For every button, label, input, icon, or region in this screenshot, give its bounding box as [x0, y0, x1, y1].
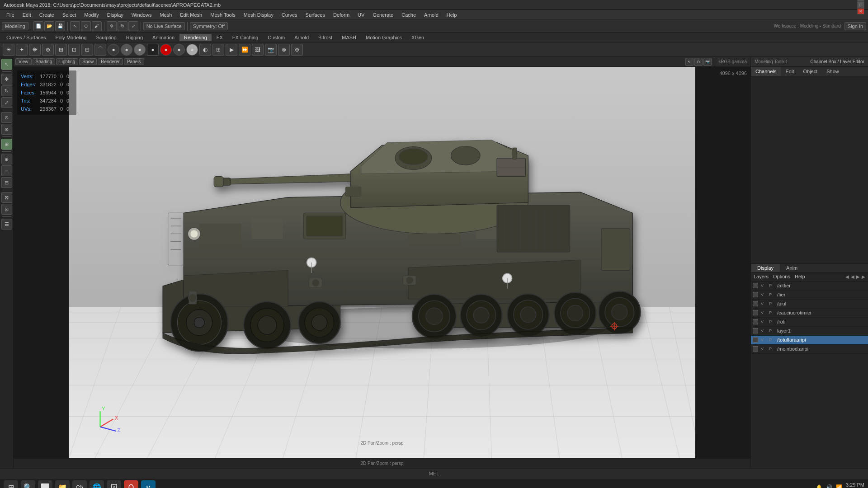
menu-item-surfaces[interactable]: Surfaces — [302, 11, 329, 19]
edit-tab[interactable]: Edit — [781, 67, 798, 76]
menu-item-uv[interactable]: UV — [354, 11, 368, 19]
layer-nav-right2[interactable]: ▶ — [862, 274, 865, 279]
menu-item-generate[interactable]: Generate — [369, 11, 397, 19]
maximize-button[interactable]: □ — [857, 2, 864, 8]
network-icon[interactable]: 📶 — [836, 484, 842, 488]
move-tool-btn[interactable]: ✥ — [1, 74, 12, 84]
tab-animation[interactable]: Animation — [148, 34, 179, 41]
shelf-icon-render[interactable]: ▶ — [226, 44, 237, 56]
symmetry-btn[interactable]: Symmetry: Off — [190, 22, 228, 30]
layer-vis-7[interactable] — [753, 346, 758, 352]
chrome-icon[interactable]: 🌐 — [90, 480, 104, 488]
layer-vis-0[interactable] — [753, 283, 758, 288]
sculpt-btn[interactable]: ⊛ — [1, 124, 12, 135]
layer-row-6[interactable]: VP/totulfaraaripi — [751, 336, 868, 345]
store-icon[interactable]: 🛍 — [72, 480, 87, 488]
shelf-icon-grid[interactable]: ⊞ — [212, 44, 224, 56]
save-file-icon[interactable]: 💾 — [55, 21, 65, 31]
tab-sculpting[interactable]: Sculpting — [92, 34, 121, 41]
menu-item-mesh[interactable]: Mesh — [156, 11, 175, 19]
open-file-icon[interactable]: 📂 — [44, 21, 54, 31]
shelf-icon-dot-dark2[interactable]: ● — [173, 44, 185, 56]
no-live-surface-btn[interactable]: No Live Surface — [143, 22, 185, 30]
menu-item-mesh-display[interactable]: Mesh Display — [240, 11, 277, 19]
shelf-icon-7[interactable]: ⊟ — [81, 44, 93, 56]
file-explorer-icon[interactable]: 📁 — [55, 480, 70, 488]
options-menu[interactable]: Options — [773, 274, 790, 279]
layer-row-2[interactable]: VP/piul — [751, 300, 868, 309]
shelf-icon-6[interactable]: ⊡ — [68, 44, 80, 56]
new-file-icon[interactable]: 📄 — [33, 21, 43, 31]
sign-in-btn[interactable]: Sign In — [844, 22, 866, 30]
vp-icon-obj[interactable]: ⊙ — [694, 58, 703, 66]
layers-menu[interactable]: Layers — [754, 274, 769, 279]
layer-row-0[interactable]: VP/altfier — [751, 282, 868, 291]
rotate-tool-btn[interactable]: ↻ — [1, 85, 12, 96]
show-tab[interactable]: Show — [822, 67, 844, 76]
layer-row-7[interactable]: VP/meinbod:aripi — [751, 345, 868, 354]
tool-misc2[interactable]: ≡ — [1, 165, 12, 176]
tab-curves-surfaces[interactable]: Curves / Surfaces — [2, 34, 50, 41]
object-tab[interactable]: Object — [798, 67, 822, 76]
anim-tab[interactable]: Anim — [780, 264, 804, 272]
tab-mash[interactable]: MASH — [337, 34, 361, 41]
shelf-icon-2[interactable]: ✦ — [16, 44, 28, 56]
menu-item-file[interactable]: File — [3, 11, 18, 19]
shelf-icon-misc1[interactable]: ⊗ — [278, 44, 290, 56]
menu-item-windows[interactable]: Windows — [128, 11, 156, 19]
shelf-icon-dark[interactable]: ● — [147, 44, 159, 56]
opera-icon[interactable]: O — [124, 480, 138, 488]
tab-bifrost[interactable]: Bifrost — [314, 34, 337, 41]
renderer-menu[interactable]: Renderer — [98, 58, 123, 65]
tool-misc3[interactable]: ⊟ — [1, 177, 12, 188]
modeling-dropdown[interactable]: Modeling — [2, 22, 28, 30]
menu-item-cache[interactable]: Cache — [398, 11, 420, 19]
shelf-icon-curve[interactable]: ⌒ — [94, 44, 106, 56]
start-button[interactable]: ⊞ — [4, 480, 18, 488]
tab-arnold[interactable]: Arnold — [290, 34, 313, 41]
tab-rigging[interactable]: Rigging — [122, 34, 147, 41]
layer-nav-left[interactable]: ◀ — [845, 274, 849, 279]
shelf-icon-misc2[interactable]: ⊕ — [291, 44, 303, 56]
vp-icon-cam[interactable]: 📷 — [703, 58, 712, 66]
panels-menu[interactable]: Panels — [124, 58, 144, 65]
shelf-icon-4[interactable]: ⊕ — [42, 44, 54, 56]
viewport-3d[interactable]: Verts: 177770 0 0 Edges: 331822 0 0 Face… — [14, 67, 750, 458]
layer-vis-1[interactable] — [753, 292, 758, 297]
menu-item-edit-mesh[interactable]: Edit Mesh — [176, 11, 206, 19]
layer-vis-5[interactable] — [753, 328, 758, 333]
shelf-icon-cam[interactable]: 📷 — [265, 44, 277, 56]
tool-misc6[interactable]: ☰ — [1, 219, 12, 230]
shading-menu[interactable]: Shading — [33, 58, 56, 65]
menu-item-select[interactable]: Select — [59, 11, 80, 19]
shelf-icon-img[interactable]: 🖼 — [252, 44, 264, 56]
menu-item-edit[interactable]: Edit — [19, 11, 35, 19]
lasso-select-icon[interactable]: ⊙ — [81, 21, 91, 31]
photos-icon[interactable]: 🖼 — [107, 480, 121, 488]
notification-icon[interactable]: 🔔 — [816, 484, 822, 488]
tab-fx-caching[interactable]: FX Caching — [228, 34, 263, 41]
shelf-icon-dot-red[interactable]: ● — [160, 44, 172, 56]
layer-row-4[interactable]: VP/roti — [751, 318, 868, 327]
task-view-icon[interactable]: ⬜ — [38, 480, 52, 488]
tool-misc4[interactable]: ⊠ — [1, 192, 12, 203]
layer-nav-left2[interactable]: ◀ — [851, 274, 854, 279]
view-menu[interactable]: View — [15, 58, 32, 65]
menu-item-deform[interactable]: Deform — [330, 11, 353, 19]
vp-icon-select[interactable]: ↖ — [685, 58, 693, 66]
select-tool-btn[interactable]: ↖ — [1, 59, 12, 70]
maya-icon[interactable]: M — [141, 480, 156, 488]
tab-custom[interactable]: Custom — [263, 34, 289, 41]
move-tool-icon[interactable]: ✥ — [107, 21, 117, 31]
tab-rendering[interactable]: Rendering — [179, 34, 212, 41]
scale-tool-btn[interactable]: ⤢ — [1, 97, 12, 108]
layer-nav-right[interactable]: ▶ — [856, 274, 860, 279]
shelf-icon-1[interactable]: ☀ — [3, 44, 14, 56]
layer-row-3[interactable]: VP/cauciucrotimici — [751, 309, 868, 318]
display-tab[interactable]: Display — [751, 264, 780, 272]
shelf-icon-dot-light[interactable]: ● — [186, 44, 198, 56]
shelf-icon-sphere2[interactable]: ● — [121, 44, 132, 56]
close-button[interactable]: ✕ — [857, 8, 864, 14]
menu-item-create[interactable]: Create — [36, 11, 58, 19]
shelf-icon-5[interactable]: ⊞ — [55, 44, 67, 56]
